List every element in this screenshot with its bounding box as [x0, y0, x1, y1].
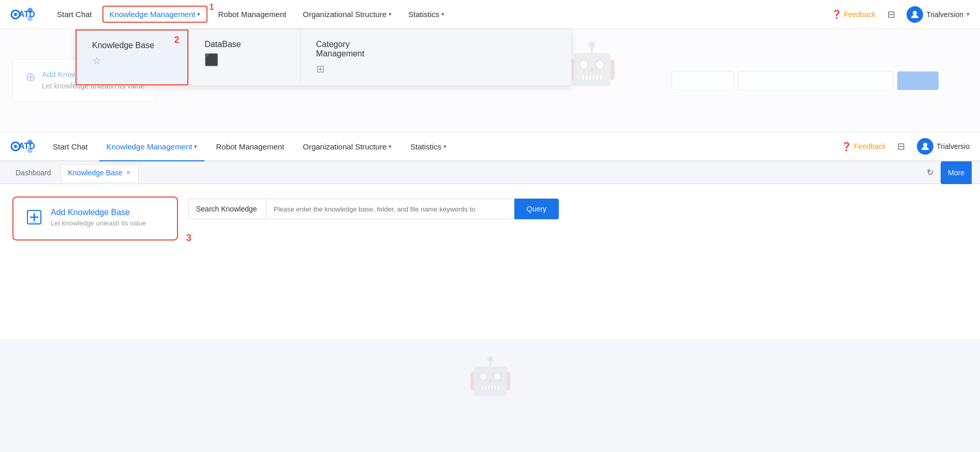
- bottom-ghost-area: 🤖: [0, 339, 980, 401]
- dropdown-knowledge-base[interactable]: Knowledge Base ☆ 2: [76, 29, 188, 85]
- chevron-down-icon: ▾: [197, 11, 200, 18]
- refresh-icon[interactable]: ↻: [924, 164, 937, 180]
- top-nav-items: Start Chat Knowledge Management ▾ 1 Robo…: [51, 6, 831, 23]
- main-content-area: Add Knowledge Base Let knowledge unleash…: [0, 184, 980, 339]
- ghost-add-icon: ⊕: [25, 70, 36, 84]
- tab-knowledge-base[interactable]: Knowledge Base ✕: [61, 164, 139, 182]
- user-chevron-icon: ▾: [967, 11, 970, 18]
- main-nav-statistics[interactable]: Statistics ▾: [403, 132, 454, 161]
- main-nav-org-structure[interactable]: Organizational Structure ▾: [295, 132, 399, 161]
- annotation-3: 3: [186, 233, 191, 244]
- tabs-right-actions: ↻ More: [924, 161, 972, 184]
- main-nav-robot-management[interactable]: Robot Management: [209, 132, 291, 161]
- main-chevron-stats-icon: ▾: [443, 143, 447, 150]
- nav-organizational-structure[interactable]: Organizational Structure ▾: [296, 7, 398, 22]
- svg-point-7: [14, 145, 17, 148]
- main-nav-start-chat[interactable]: Start Chat: [46, 132, 95, 161]
- more-button[interactable]: More: [941, 161, 972, 184]
- translate-icon[interactable]: ⊟: [884, 7, 898, 22]
- logo[interactable]: ATD: [10, 5, 35, 24]
- annotation-2: 2: [174, 35, 179, 46]
- tabs-bar: Dashboard Knowledge Base ✕ ↻ More: [0, 161, 980, 184]
- main-chevron-org-icon: ▾: [389, 143, 392, 150]
- question-icon: ❓: [831, 9, 842, 19]
- svg-point-5: [913, 11, 917, 15]
- nav-knowledge-management[interactable]: Knowledge Management ▾ 1: [102, 6, 208, 23]
- query-button[interactable]: Query: [514, 199, 559, 219]
- tab-close-icon[interactable]: ✕: [126, 169, 131, 176]
- dropdown-category-management[interactable]: Category Management ⊞: [301, 29, 411, 85]
- main-feedback-button[interactable]: ❓ Feedback: [841, 142, 885, 152]
- nav-statistics[interactable]: Statistics ▾: [402, 7, 451, 22]
- svg-text:ATD: ATD: [19, 10, 35, 19]
- main-question-icon: ❓: [841, 142, 852, 152]
- dropdown-database[interactable]: DataBase ⬛: [189, 29, 300, 85]
- grid-icon: ⊞: [316, 63, 396, 75]
- main-avatar: [917, 138, 933, 155]
- main-user-menu[interactable]: Trialversio: [917, 138, 970, 155]
- main-nav-items: Start Chat Knowledge Management ▾ Robot …: [46, 132, 841, 160]
- main-nav-right: ❓ Feedback ⊟ Trialversio: [841, 138, 970, 155]
- chevron-down-icon-stats: ▾: [441, 11, 444, 18]
- search-label: Search Knowledge: [188, 199, 266, 219]
- svg-point-1: [14, 13, 17, 16]
- ghost-robot-icon: 🤖: [566, 39, 618, 88]
- nav-start-chat[interactable]: Start Chat: [51, 7, 98, 22]
- main-chevron-km-icon: ▾: [194, 143, 197, 150]
- svg-text:ATD: ATD: [19, 142, 35, 150]
- svg-point-11: [923, 143, 927, 147]
- nav-robot-management[interactable]: Robot Management: [212, 7, 292, 22]
- top-nav-right: ❓ Feedback ⊟ Trialversion ▾: [831, 6, 970, 23]
- star-icon: ☆: [92, 54, 172, 67]
- bottom-robot-icon: 🤖: [468, 354, 513, 397]
- main-translate-icon[interactable]: ⊟: [894, 139, 909, 154]
- avatar: [907, 6, 923, 23]
- search-input[interactable]: [266, 199, 514, 219]
- tab-dashboard[interactable]: Dashboard: [8, 164, 58, 181]
- search-area: Search Knowledge Query: [188, 199, 559, 219]
- feedback-button[interactable]: ❓ Feedback: [831, 9, 875, 19]
- main-nav-knowledge-management[interactable]: Knowledge Management ▾: [99, 132, 205, 161]
- main-logo[interactable]: ATD: [10, 137, 35, 156]
- chevron-down-icon-org: ▾: [389, 11, 392, 18]
- top-navbar: ATD Start Chat Knowledge Management ▾ 1 …: [0, 0, 980, 29]
- add-knowledge-base-card[interactable]: Add Knowledge Base Let knowledge unleash…: [12, 197, 178, 240]
- add-kb-icon: [26, 209, 42, 229]
- ghost-search-bar: [672, 71, 939, 90]
- knowledge-management-dropdown: Knowledge Base ☆ 2 DataBase ⬛ Category M…: [75, 29, 572, 86]
- add-kb-text-block: Add Knowledge Base Let knowledge unleash…: [51, 208, 165, 227]
- database-icon: ⬛: [204, 53, 284, 67]
- main-navbar: ATD Start Chat Knowledge Management ▾ Ro…: [0, 132, 980, 161]
- user-menu[interactable]: Trialversion ▾: [907, 6, 970, 23]
